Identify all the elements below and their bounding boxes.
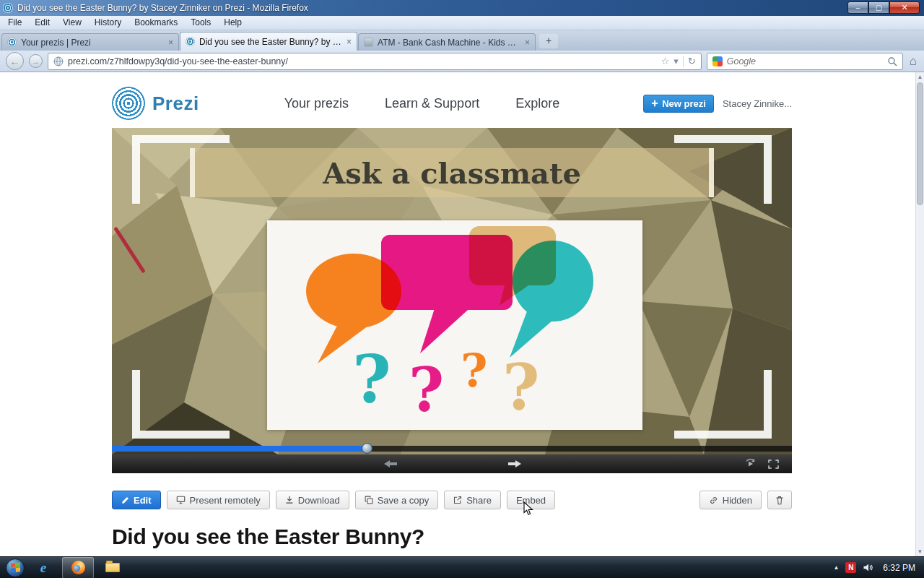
delete-button[interactable] [767, 491, 792, 509]
url-dropdown-icon[interactable]: ▾ [674, 56, 679, 66]
back-button[interactable]: ← [6, 52, 24, 70]
edit-label: Edit [134, 495, 152, 506]
prev-arrow-icon [383, 460, 398, 468]
prezi-favicon [7, 38, 17, 47]
prezi-site-header: Prezi Your prezis Learn & Support Explor… [112, 82, 792, 124]
browser-viewport: Prezi Your prezis Learn & Support Explor… [0, 72, 915, 556]
site-identity-globe-icon[interactable] [53, 56, 64, 66]
new-tab-button[interactable]: + [539, 34, 558, 48]
home-button[interactable]: ⌂ [908, 55, 918, 67]
share-icon [453, 496, 462, 504]
scrollbar-thumb[interactable] [917, 82, 923, 205]
forward-button[interactable]: → [29, 54, 43, 68]
menu-help[interactable]: Help [217, 16, 248, 30]
search-engine-icon[interactable] [712, 56, 723, 66]
pink-speech-bubble [381, 235, 513, 353]
internet-explorer-icon: e [40, 560, 46, 576]
autoplay-button[interactable] [740, 454, 760, 473]
fullscreen-button[interactable] [763, 454, 783, 473]
tray-expand-icon[interactable]: ▲ [833, 564, 839, 571]
window-controls: – ▢ ✕ [847, 1, 920, 14]
tab-title: Did you see the Easter Bunny? by Stac... [199, 37, 342, 47]
menu-file[interactable]: File [1, 16, 28, 30]
tab-close-icon[interactable]: × [168, 38, 173, 47]
start-button[interactable] [6, 558, 25, 577]
menu-bookmarks[interactable]: Bookmarks [128, 16, 184, 30]
present-remotely-button[interactable]: Present remotely [167, 491, 270, 509]
edit-button[interactable]: Edit [112, 491, 161, 509]
download-icon [285, 496, 294, 504]
game-favicon [364, 38, 373, 47]
menu-tools[interactable]: Tools [184, 16, 217, 30]
prezi-viewer[interactable]: Ask a classmate [112, 128, 792, 473]
tab-bar: Your prezis | Prezi × Did you see the Ea… [0, 30, 924, 51]
prezi-favicon [186, 37, 195, 46]
url-bar[interactable]: ☆ ▾ ↻ [48, 53, 702, 70]
prezi-brand[interactable]: Prezi [152, 92, 199, 115]
tab-atm-game[interactable]: ATM - Bank Cash Machine - Kids Ga... × [358, 33, 536, 51]
tab-title: ATM - Bank Cash Machine - Kids Ga... [378, 38, 520, 48]
page-scrollbar[interactable]: ▲ ▼ [915, 72, 924, 556]
notification-n-icon[interactable]: N [845, 562, 856, 573]
prezi-actions-row: Edit Present remotely Download [112, 490, 792, 510]
clock[interactable]: 6:32 PM [880, 563, 915, 573]
tab-close-icon[interactable]: × [525, 38, 530, 47]
tab-easter-bunny[interactable]: Did you see the Easter Bunny? by Stac...… [180, 32, 357, 51]
bookmark-star-icon[interactable]: ☆ [661, 56, 670, 66]
svg-text:?: ? [352, 340, 391, 418]
monitor-icon [176, 496, 186, 504]
search-magnifier-icon[interactable] [887, 56, 897, 66]
speaker-icon[interactable] [863, 563, 873, 572]
divider [683, 56, 684, 67]
tab-close-icon[interactable]: × [346, 38, 352, 46]
progress-bar[interactable] [112, 446, 792, 452]
url-input[interactable] [68, 56, 657, 66]
window-title: Did you see the Easter Bunny? by Stacey … [17, 3, 308, 13]
navigation-toolbar: ← → ☆ ▾ ↻ ⌂ [0, 51, 924, 72]
minimize-button[interactable]: – [847, 1, 868, 14]
scroll-down-icon[interactable]: ▼ [916, 548, 924, 555]
presentation-canvas[interactable]: Ask a classmate [112, 128, 792, 454]
search-bar[interactable] [707, 53, 903, 70]
maximize-button[interactable]: ▢ [868, 1, 889, 14]
next-arrow-icon [507, 460, 522, 468]
new-prezi-icon [651, 100, 658, 107]
autoplay-icon [744, 459, 756, 469]
link-icon [709, 496, 718, 505]
next-slide-button[interactable] [504, 454, 526, 473]
system-tray: ▲ N 6:32 PM [833, 562, 924, 573]
mouse-cursor [523, 501, 533, 517]
fullscreen-icon [768, 460, 779, 469]
download-button[interactable]: Download [276, 491, 349, 509]
nav-your-prezis[interactable]: Your prezis [284, 96, 349, 111]
firefox-taskbar-button[interactable] [62, 557, 94, 578]
scroll-up-icon[interactable]: ▲ [916, 74, 924, 80]
page-title: Did you see the Easter Bunny? [112, 525, 424, 549]
nav-explore[interactable]: Explore [515, 96, 559, 111]
explorer-taskbar-button[interactable] [97, 557, 128, 578]
search-input[interactable] [727, 56, 883, 66]
reload-icon[interactable]: ↻ [688, 56, 696, 66]
tab-your-prezis[interactable]: Your prezis | Prezi × [1, 33, 179, 51]
download-label: Download [298, 495, 340, 506]
nav-learn-support[interactable]: Learn & Support [385, 96, 479, 111]
new-prezi-button[interactable]: New prezi [643, 95, 714, 113]
taskbar: e ▲ N 6:32 PM [0, 556, 924, 578]
hidden-status-button[interactable]: Hidden [699, 491, 762, 509]
save-a-copy-button[interactable]: Save a copy [355, 491, 439, 509]
menu-view[interactable]: View [56, 16, 88, 30]
frame-bracket-bottom-right [674, 370, 772, 439]
slide-title: Ask a classmate [323, 156, 581, 190]
windows-flag-icon [11, 562, 20, 572]
close-button[interactable]: ✕ [889, 1, 920, 14]
svg-text:?: ? [461, 343, 488, 397]
menu-edit[interactable]: Edit [28, 16, 56, 30]
share-button[interactable]: Share [444, 491, 501, 509]
prezi-logo[interactable] [112, 87, 145, 120]
user-menu[interactable]: Stacey Zinnike... [723, 98, 792, 109]
ie-taskbar-button[interactable]: e [27, 557, 59, 578]
prev-slide-button[interactable] [380, 454, 401, 473]
menu-history[interactable]: History [88, 16, 128, 30]
slide-title-band: Ask a classmate [190, 148, 714, 197]
slide-card: ? ? ? ? [267, 220, 642, 430]
